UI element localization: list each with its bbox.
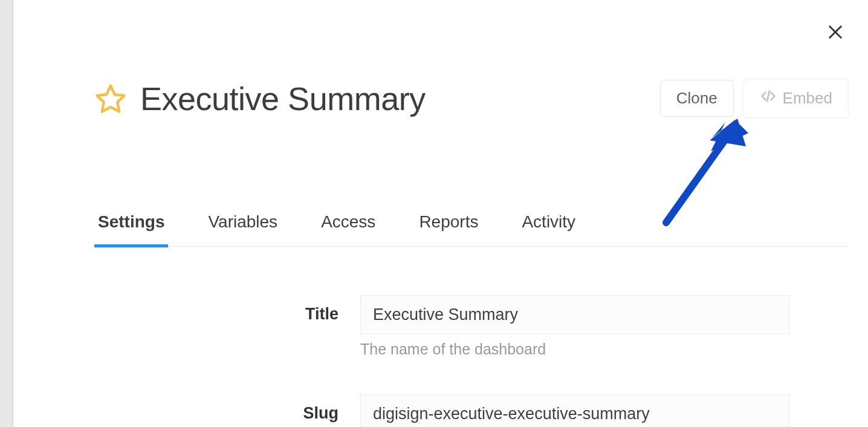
dashboard-settings-modal: Executive Summary Clone Embed xyxy=(13,0,868,427)
close-icon xyxy=(827,24,844,42)
form-row-title: Title The name of the dashboard xyxy=(94,295,849,358)
title-input[interactable] xyxy=(360,295,789,334)
star-icon[interactable] xyxy=(94,82,127,115)
title-help-text: The name of the dashboard xyxy=(360,341,789,358)
slug-input[interactable] xyxy=(360,394,789,427)
modal-backdrop-sliver xyxy=(0,0,13,427)
close-button[interactable] xyxy=(823,21,847,45)
tab-activity[interactable]: Activity xyxy=(518,212,579,246)
tab-variables[interactable]: Variables xyxy=(204,212,281,246)
tab-reports[interactable]: Reports xyxy=(415,212,482,246)
header-actions: Clone Embed xyxy=(660,79,849,118)
embed-button-label: Embed xyxy=(783,89,832,108)
tab-bar: Settings Variables Access Reports Activi… xyxy=(94,212,849,247)
modal-header: Executive Summary Clone Embed xyxy=(94,79,849,118)
form-row-slug: Slug xyxy=(94,394,849,427)
settings-form: Title The name of the dashboard Slug xyxy=(94,295,849,427)
tab-settings[interactable]: Settings xyxy=(94,212,168,246)
embed-button[interactable]: Embed xyxy=(743,79,849,118)
clone-button[interactable]: Clone xyxy=(660,80,734,117)
clone-button-label: Clone xyxy=(676,89,717,108)
tab-access[interactable]: Access xyxy=(317,212,379,246)
title-group: Executive Summary xyxy=(94,80,426,117)
svg-line-3 xyxy=(767,91,769,101)
page-title: Executive Summary xyxy=(140,80,426,117)
slug-label: Slug xyxy=(94,394,360,423)
title-label: Title xyxy=(94,295,360,324)
code-icon xyxy=(760,88,777,109)
svg-marker-2 xyxy=(97,85,125,111)
